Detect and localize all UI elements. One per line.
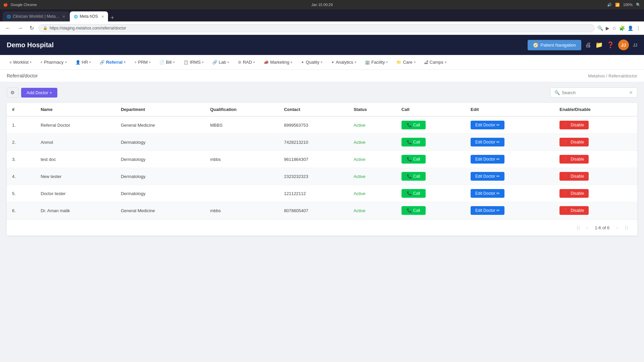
tab-2[interactable]: 🌐 Meta hOS ✕ bbox=[70, 11, 108, 21]
marketing-icon: 📣 bbox=[264, 60, 269, 65]
nav-item-analytics[interactable]: ✦ Analytics ▾ bbox=[327, 58, 360, 67]
edit-doctor-button[interactable]: Edit Doctor ✏ bbox=[471, 206, 504, 215]
analytics-label: Analytics bbox=[336, 60, 353, 65]
disable-button[interactable]: 🚫 Disable bbox=[559, 172, 589, 181]
forward-button[interactable]: → bbox=[15, 24, 25, 32]
zoom-icon[interactable]: 🔍 bbox=[597, 25, 603, 31]
address-bar[interactable]: 🔒 https://staging.metahos.com/referral/d… bbox=[39, 24, 595, 32]
breadcrumb-bar: Referral/doctor Metahos / Referral/docto… bbox=[0, 70, 644, 82]
disable-button[interactable]: 🚫 Disable bbox=[559, 189, 589, 198]
nav-item-worklist[interactable]: ≡ Worklist ▾ bbox=[5, 58, 36, 67]
bill-chevron: ▾ bbox=[173, 60, 175, 64]
table-row: 1. Referral Doctor General Medicine MBBS… bbox=[7, 116, 637, 134]
nav-item-prm[interactable]: + PRM ▾ bbox=[130, 58, 155, 67]
cell-disable: 🚫 Disable bbox=[554, 185, 637, 202]
nav-item-hr[interactable]: 👤 HR ▾ bbox=[71, 58, 95, 67]
nav-item-irms[interactable]: 📋 IRMS ▾ bbox=[179, 58, 208, 67]
help-button[interactable]: ❓ bbox=[607, 41, 614, 49]
quality-icon: ✦ bbox=[301, 60, 304, 65]
cell-contact: 7428213210 bbox=[279, 134, 348, 151]
volume-icon: 🔊 bbox=[607, 3, 612, 7]
page-info: 1-6 of 6 bbox=[592, 225, 612, 230]
edit-doctor-button[interactable]: Edit Doctor ✏ bbox=[471, 155, 504, 164]
tab2-close[interactable]: ✕ bbox=[101, 15, 104, 18]
disable-button[interactable]: 🚫 Disable bbox=[559, 155, 589, 164]
prev-page-button[interactable]: ‹ bbox=[584, 224, 591, 232]
refresh-button[interactable]: ↻ bbox=[28, 24, 36, 32]
tab2-icon: 🌐 bbox=[74, 15, 78, 18]
facility-label: Facility bbox=[371, 60, 385, 65]
nav-item-camps[interactable]: 🏕 Camps ▾ bbox=[420, 58, 450, 67]
cell-call: 📞 Call bbox=[396, 202, 465, 219]
new-tab-button[interactable]: + bbox=[109, 14, 116, 21]
back-button[interactable]: ← bbox=[3, 24, 13, 32]
edit-doctor-button[interactable]: Edit Doctor ✏ bbox=[471, 121, 504, 129]
last-page-button[interactable]: ⟩⟩ bbox=[622, 224, 631, 232]
print-button[interactable]: 🖨 bbox=[585, 42, 591, 49]
tab1-close[interactable]: ✕ bbox=[62, 15, 65, 18]
cell-id: 3. bbox=[7, 151, 35, 168]
disable-label: Disable bbox=[571, 140, 584, 144]
menu-icon[interactable]: ⋮ bbox=[636, 25, 641, 31]
call-button[interactable]: 📞 Call bbox=[401, 155, 426, 164]
quality-chevron: ▾ bbox=[321, 60, 322, 64]
edit-icon: ✏ bbox=[496, 191, 500, 196]
nav-item-quality[interactable]: ✦ Quality ▾ bbox=[297, 58, 326, 67]
bill-label: Bill bbox=[166, 60, 171, 65]
cell-name: Anmol bbox=[35, 134, 115, 151]
nav-item-referral[interactable]: 🔗 Referral ▾ bbox=[96, 58, 129, 67]
cell-status: Active bbox=[348, 151, 396, 168]
nav-item-care[interactable]: 📁 Care ▾ bbox=[392, 58, 419, 67]
tab-1[interactable]: 🌐 Clinician Worklist | Meta... ✕ bbox=[3, 11, 69, 21]
cell-name: Referral Doctor bbox=[35, 116, 115, 134]
search-clear-icon[interactable]: ✕ bbox=[629, 90, 633, 95]
call-button[interactable]: 📞 Call bbox=[401, 121, 426, 129]
nav-item-pharmacy[interactable]: + Pharmacy ▾ bbox=[36, 58, 71, 67]
call-button[interactable]: 📞 Call bbox=[401, 138, 426, 146]
bookmark-icon[interactable]: ☆ bbox=[612, 25, 616, 31]
extension-icon[interactable]: 🧩 bbox=[619, 25, 625, 31]
avatar[interactable]: JJ bbox=[618, 40, 629, 50]
worklist-chevron: ▾ bbox=[30, 60, 32, 64]
search-os-icon: 🔍 bbox=[636, 3, 641, 7]
tab1-icon: 🌐 bbox=[7, 15, 11, 18]
doctors-table: # Name Department Qualification Contact … bbox=[7, 103, 637, 219]
profile-icon[interactable]: 👤 bbox=[628, 25, 633, 31]
disable-icon: 🚫 bbox=[564, 123, 569, 127]
first-page-button[interactable]: ⟨⟨ bbox=[574, 224, 583, 232]
edit-doctor-button[interactable]: Edit Doctor ✏ bbox=[471, 189, 504, 198]
disable-button[interactable]: 🚫 Disable bbox=[559, 138, 589, 146]
next-page-button[interactable]: › bbox=[613, 224, 621, 232]
edit-doctor-button[interactable]: Edit Doctor ✏ bbox=[471, 172, 504, 181]
call-button[interactable]: 📞 Call bbox=[401, 189, 426, 198]
nav-item-marketing[interactable]: 📣 Marketing ▾ bbox=[260, 58, 296, 67]
call-button[interactable]: 📞 Call bbox=[401, 172, 426, 181]
patient-navigation-button[interactable]: 🧭 Patient Navigation bbox=[528, 40, 581, 50]
disable-button[interactable]: 🚫 Disable bbox=[559, 121, 589, 129]
folder-button[interactable]: 📁 bbox=[595, 41, 603, 49]
cell-disable: 🚫 Disable bbox=[554, 151, 637, 168]
add-doctor-label: Add Doctor + bbox=[26, 90, 52, 95]
settings-button[interactable]: ⚙ bbox=[7, 87, 18, 98]
disable-button[interactable]: 🚫 Disable bbox=[559, 206, 589, 215]
main-content: ⚙ Add Doctor + 🔍 ✕ # Name Department Qua… bbox=[0, 82, 644, 241]
cell-status: Active bbox=[348, 202, 396, 219]
search-input[interactable] bbox=[562, 90, 627, 95]
cell-disable: 🚫 Disable bbox=[554, 134, 637, 151]
nav-item-lab[interactable]: 🔗 Lab ▾ bbox=[208, 58, 233, 67]
cell-disable: 🚫 Disable bbox=[554, 168, 637, 185]
nav-item-facility[interactable]: 🏢 Facility ▾ bbox=[361, 58, 392, 67]
cell-call: 📞 Call bbox=[396, 185, 465, 202]
pharmacy-icon: + bbox=[40, 60, 43, 65]
arrow-icon[interactable]: ▶ bbox=[606, 25, 609, 31]
add-doctor-button[interactable]: Add Doctor + bbox=[21, 88, 57, 98]
lab-chevron: ▾ bbox=[227, 60, 229, 64]
breadcrumb-current: Referral/doctor bbox=[7, 73, 38, 78]
nav-item-rad[interactable]: ⚙ RAD ▾ bbox=[234, 58, 259, 67]
edit-label: Edit Doctor bbox=[475, 140, 495, 144]
table-row: 3. test doc Dermatology mbbs 9611864307 … bbox=[7, 151, 637, 168]
call-button[interactable]: 📞 Call bbox=[401, 206, 426, 215]
nav-item-bill[interactable]: 📄 Bill ▾ bbox=[155, 58, 178, 67]
edit-doctor-button[interactable]: Edit Doctor ✏ bbox=[471, 138, 504, 146]
call-icon: 📞 bbox=[407, 208, 412, 213]
